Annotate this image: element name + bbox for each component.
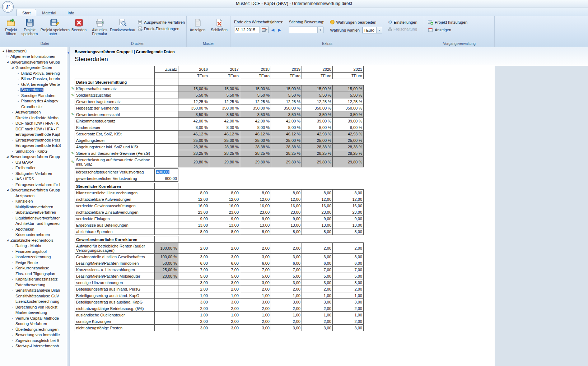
value-cell[interactable]: 3,00 — [240, 298, 271, 305]
zusatz-cell[interactable] — [154, 196, 178, 203]
sidebar-item[interactable]: ◢Hauptmenü — [0, 48, 67, 54]
value-cell[interactable]: 5,50 % — [271, 92, 302, 98]
sidebar-item[interactable]: ‐Stuttgarter Verfahren — [0, 171, 67, 176]
tree-expanded-icon[interactable]: ◢ — [10, 66, 15, 69]
value-cell[interactable]: 15,00 % — [240, 85, 271, 92]
value-cell[interactable]: 16,00 — [209, 202, 240, 209]
sidebar-item[interactable]: ‐Patentbewertung — [0, 282, 67, 288]
value-cell[interactable]: 25,00 % — [302, 137, 333, 144]
value-cell[interactable]: 3,00 — [302, 253, 333, 260]
value-cell[interactable]: 6,00 — [240, 260, 271, 267]
sidebar-item[interactable]: ‐Direkte / Indirekte Metho — [0, 115, 67, 121]
sidebar-item[interactable]: ‐Bewertung von Immobilie — [0, 332, 67, 338]
zusatz-cell[interactable]: 100,00 % — [154, 242, 178, 254]
value-cell[interactable]: 2,00 — [209, 286, 240, 292]
value-cell[interactable]: 28,25 % — [332, 150, 364, 157]
sidebar-item[interactable]: ◢Bewertungsverfahren Grupp — [0, 187, 67, 193]
value-cell[interactable]: 8,00 % — [240, 124, 271, 131]
zusatz-cell[interactable] — [154, 85, 178, 92]
sidebar-item-steuerdaten[interactable]: ‐Steuerdaten — [0, 87, 67, 93]
value-cell[interactable]: 1,00 — [302, 311, 333, 318]
value-cell[interactable]: 2,00 — [271, 318, 302, 325]
sidebar-item[interactable]: ‐Multiplikatorverfahren — [0, 204, 67, 210]
value-cell[interactable]: 25,00 % — [209, 137, 240, 144]
value-cell[interactable]: 8,00 % — [302, 124, 333, 131]
value-cell[interactable]: 2,00 — [240, 242, 271, 254]
value-cell[interactable]: 2,00 — [271, 305, 302, 312]
sidebar-item[interactable]: ▷Allgemeine Informationen — [0, 54, 67, 60]
sidebar-item[interactable]: ‐IAS / IFRS — [0, 176, 67, 182]
value-cell[interactable]: 2,00 — [178, 242, 209, 254]
sidebar-item[interactable]: ‐Finanzierungstool — [0, 249, 67, 254]
sidebar-item[interactable]: ◢Bewertungsverfahren Grupp — [0, 59, 67, 65]
value-cell[interactable]: 350,00 % — [302, 105, 333, 111]
value-cell[interactable]: 2,00 — [332, 286, 364, 292]
value-cell[interactable]: 23,00 — [302, 209, 333, 216]
value-cell[interactable]: 1,00 — [209, 292, 240, 299]
value-cell[interactable]: 46,12 % — [178, 130, 209, 137]
value-cell[interactable]: 29,80 % — [332, 156, 364, 167]
value-cell[interactable]: 2,00 — [332, 305, 364, 312]
value-cell[interactable]: 6,00 — [332, 260, 364, 267]
value-cell[interactable]: 3,00 — [271, 298, 302, 305]
value-cell[interactable]: 5,00 — [332, 273, 364, 279]
sidebar-item[interactable]: ‐Grundbesitz — [0, 104, 67, 110]
value-cell[interactable]: 28,38 % — [240, 143, 271, 150]
value-cell[interactable]: 8,00 — [271, 189, 302, 196]
value-cell[interactable]: 5,50 % — [332, 92, 364, 98]
sidebar-item[interactable]: ‐Venture Capital Methode — [0, 315, 67, 321]
zusatz-cell[interactable] — [154, 143, 178, 150]
value-cell[interactable]: 3,00 — [209, 253, 240, 260]
zusatz-cell[interactable] — [154, 111, 178, 118]
zusatz-cell[interactable] — [154, 124, 178, 131]
value-cell[interactable]: 28,25 % — [240, 150, 271, 157]
value-cell[interactable]: 5,50 % — [240, 92, 271, 98]
value-cell[interactable]: 3,00 — [271, 253, 302, 260]
open-project-button[interactable]: Projekt öffnen — [2, 17, 20, 37]
quit-button[interactable]: Beenden — [71, 17, 87, 33]
print-settings-button[interactable]: Druck-Einstellungen — [137, 26, 185, 31]
sidebar-item[interactable]: ‐GuV, bereinigte Werte — [0, 82, 67, 87]
value-cell[interactable]: 1,00 — [271, 311, 302, 318]
value-cell[interactable]: 29,80 % — [271, 156, 302, 167]
value-cell[interactable]: 12,00 — [178, 196, 209, 203]
sidebar-item[interactable]: ‐Apotheken — [0, 226, 67, 232]
value-cell[interactable]: 3,50 % — [240, 111, 271, 118]
sidebar-item[interactable]: ‐Simulation - KapG — [0, 148, 67, 154]
value-cell[interactable]: 15,00 % — [271, 85, 302, 92]
activation-button[interactable]: Freischaltung — [388, 27, 417, 31]
muster-close-button[interactable]: Schließen — [210, 17, 229, 33]
value-cell[interactable]: 3,00 — [240, 279, 271, 286]
value-cell[interactable]: 2,00 — [178, 305, 209, 312]
value-cell[interactable]: 350,00 % — [209, 105, 240, 111]
value-cell[interactable]: 3,50 % — [271, 111, 302, 118]
sidebar-item[interactable]: ‐Planung des Anlagev — [0, 98, 67, 104]
value-cell[interactable]: 2,00 — [178, 318, 209, 325]
app-logo-icon[interactable]: F — [2, 1, 14, 13]
value-cell[interactable]: 46,12 % — [271, 130, 302, 137]
value-cell[interactable]: 2,00 — [178, 286, 209, 292]
next-year-button[interactable]: ▶ — [277, 27, 283, 33]
sidebar-item[interactable]: ‐Auswertungen — [0, 110, 67, 115]
value-cell[interactable]: 3,00 — [302, 298, 333, 305]
value-cell[interactable]: 42,00 % — [240, 117, 271, 124]
save-project-as-button[interactable]: Projekt speichern unter ... — [39, 17, 71, 37]
edit-currencies-button[interactable]: Währungen bearbeiten — [330, 20, 382, 24]
value-cell[interactable]: 8,00 — [302, 189, 333, 196]
sidebar-item[interactable]: ‐Ewige Rente — [0, 260, 67, 265]
calendar-picker-button[interactable]: ▾ — [261, 27, 269, 33]
value-cell[interactable]: 1,00 — [332, 292, 364, 299]
zusatz-cell[interactable] — [154, 156, 178, 167]
value-cell[interactable]: 7,00 — [209, 266, 240, 273]
value-cell[interactable]: 42,00 % — [209, 117, 240, 124]
value-cell[interactable]: 3,50 % — [332, 111, 364, 118]
sidebar-item[interactable]: ‐DCF nach IDW / HFA - F — [0, 126, 67, 132]
sidebar-item[interactable]: ◢Bewertungsverfahren Grupp — [0, 154, 67, 160]
show-projects-button[interactable]: Anzeigen — [428, 27, 467, 32]
value-cell[interactable]: 16,00 — [240, 202, 271, 209]
value-cell[interactable]: 8,00 % — [271, 124, 302, 131]
value-cell[interactable]: 42,93 % — [302, 130, 333, 137]
value-cell[interactable]: 16,00 — [178, 202, 209, 209]
settings-button[interactable]: ⚙ Einstellungen — [388, 20, 417, 24]
sidebar-item[interactable]: ‐Markenbewertung — [0, 310, 67, 316]
